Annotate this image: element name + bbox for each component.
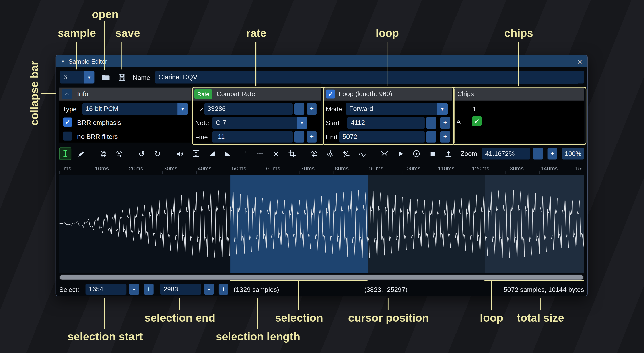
waveform-scrollbar[interactable]: [59, 274, 584, 280]
annotation-collapse-bar: collapse bar: [28, 61, 41, 125]
sign-exchange-icon[interactable]: [340, 147, 353, 160]
fade-out-icon[interactable]: [222, 147, 234, 160]
hz-label: Hz: [195, 105, 203, 114]
type-select[interactable]: 16-bit PCM ▼: [82, 103, 188, 115]
filter-icon[interactable]: [356, 147, 368, 160]
ruler-tick: [300, 171, 300, 174]
page-background: ▼ Sample Editor × 6 ▼ Name Clarinet DQV …: [0, 0, 644, 353]
annotation-line-rate: [255, 42, 256, 86]
ruler-tick: [59, 171, 60, 174]
loop-end-label: End: [326, 133, 337, 141]
note-select-value[interactable]: C-7: [212, 117, 297, 129]
selection-end-increment-button[interactable]: +: [219, 284, 228, 295]
info-panel-header[interactable]: Info: [59, 88, 191, 101]
loop-start-decrement-button[interactable]: -: [426, 117, 436, 129]
no-brr-filters-checkbox[interactable]: [63, 132, 72, 141]
trim-icon[interactable]: [286, 147, 298, 160]
hz-increment-button[interactable]: +: [307, 103, 317, 115]
open-button[interactable]: [100, 71, 112, 83]
note-select[interactable]: C-7 ▼: [212, 117, 307, 129]
sample-selector-dropdown-icon[interactable]: ▼: [84, 71, 94, 84]
rate-panel-header[interactable]: Rate Compat Rate: [193, 88, 321, 101]
draw-tool-icon[interactable]: [75, 147, 88, 160]
select-tool-icon[interactable]: [59, 147, 71, 160]
selection-start-increment-button[interactable]: +: [144, 284, 154, 295]
loop-mode-value[interactable]: Forward: [346, 103, 437, 115]
preview-loop-icon[interactable]: [410, 147, 423, 160]
zoom-input[interactable]: 41.1672%: [482, 148, 530, 160]
save-button[interactable]: [116, 71, 128, 83]
resample-icon[interactable]: [113, 147, 126, 160]
loop-end-decrement-button[interactable]: -: [426, 131, 436, 143]
selection-end-decrement-button[interactable]: -: [204, 284, 214, 295]
name-label: Name: [133, 73, 150, 82]
annotation-line-loop: [387, 42, 387, 86]
loop-panel-header[interactable]: ✓ Loop (length: 960): [323, 88, 452, 101]
undo-icon[interactable]: ↺: [136, 147, 148, 160]
insert-silence-icon[interactable]: [238, 147, 250, 160]
zoom-label: Zoom: [461, 149, 477, 158]
redo-icon[interactable]: ↻: [152, 147, 164, 160]
normalize-icon[interactable]: [190, 147, 202, 160]
loop-enabled-checkbox[interactable]: ✓: [326, 90, 335, 99]
sample-selector[interactable]: 6 ▼: [60, 71, 95, 84]
sample-editor-window: ▼ Sample Editor × 6 ▼ Name Clarinet DQV …: [56, 55, 588, 296]
loop-mode-dropdown-icon[interactable]: ▼: [437, 103, 448, 115]
apply-silence-icon[interactable]: [254, 147, 266, 160]
window-titlebar[interactable]: ▼ Sample Editor ×: [56, 55, 587, 67]
ruler-label: 30ms: [164, 165, 178, 172]
selection-start-input[interactable]: 1654: [86, 284, 127, 295]
loop-end-increment-button[interactable]: +: [440, 131, 450, 143]
brr-emphasis-checkbox[interactable]: ✓: [63, 117, 72, 127]
delete-icon[interactable]: [270, 147, 282, 160]
loop-start-increment-button[interactable]: +: [440, 117, 450, 129]
fine-label: Fine: [195, 133, 208, 141]
fine-decrement-button[interactable]: -: [294, 131, 304, 143]
ruler-label: 20ms: [129, 165, 143, 172]
import-icon[interactable]: [442, 147, 455, 160]
chips-panel-header[interactable]: Chips: [454, 88, 584, 101]
chip-a1-checkbox[interactable]: ✓: [472, 116, 482, 126]
stop-icon[interactable]: [426, 147, 439, 160]
collapse-bar-button[interactable]: [62, 89, 72, 99]
time-ruler[interactable]: 0ms10ms20ms30ms40ms50ms60ms70ms80ms90ms1…: [59, 164, 584, 174]
type-select-value[interactable]: 16-bit PCM: [82, 103, 178, 115]
hz-decrement-button[interactable]: -: [294, 103, 304, 115]
scrollbar-thumb[interactable]: [60, 275, 583, 279]
selection-end-input[interactable]: 2983: [160, 284, 201, 295]
ruler-tick: [196, 171, 197, 174]
zoom-in-button[interactable]: +: [548, 148, 557, 160]
crossfade-icon[interactable]: [378, 147, 391, 160]
ruler-label: 140ms: [541, 165, 558, 172]
loop-end-input[interactable]: 5072: [339, 131, 425, 143]
note-select-dropdown-icon[interactable]: ▼: [297, 117, 307, 129]
ruler-label: 110ms: [438, 165, 455, 172]
name-input[interactable]: Clarinet DQV: [155, 71, 584, 84]
type-label: Type: [62, 105, 76, 114]
fine-increment-button[interactable]: +: [307, 131, 317, 143]
fade-in-icon[interactable]: [206, 147, 218, 160]
loop-mode-select[interactable]: Forward ▼: [346, 103, 448, 115]
sample-selector-value[interactable]: 6: [60, 71, 84, 84]
selection-length-text: (1329 samples): [234, 286, 279, 294]
fine-input[interactable]: -11: [212, 131, 293, 143]
loop-panel: ✓ Loop (length: 960) Mode Forward ▼ Star…: [323, 88, 452, 143]
resize-icon[interactable]: [97, 147, 110, 160]
type-select-dropdown-icon[interactable]: ▼: [177, 103, 188, 115]
annotation-loop: loop: [375, 27, 399, 40]
zoom-out-button[interactable]: -: [533, 148, 543, 160]
close-icon[interactable]: ×: [577, 57, 582, 65]
preview-icon[interactable]: [394, 147, 407, 160]
loop-start-input[interactable]: 4112: [347, 117, 425, 129]
annotation-line-sample: [76, 42, 77, 69]
zoom-reset-button[interactable]: 100%: [562, 148, 584, 160]
waveform-view[interactable]: [59, 175, 584, 273]
invert-icon[interactable]: [324, 147, 336, 160]
window-collapse-icon[interactable]: ▼: [61, 59, 65, 64]
folder-icon: [101, 73, 110, 82]
hz-input[interactable]: 33286: [204, 103, 293, 115]
annotation-line-save: [121, 42, 122, 69]
reverse-icon[interactable]: [308, 147, 320, 160]
amplify-icon[interactable]: [174, 147, 186, 160]
selection-start-decrement-button[interactable]: -: [129, 284, 139, 295]
